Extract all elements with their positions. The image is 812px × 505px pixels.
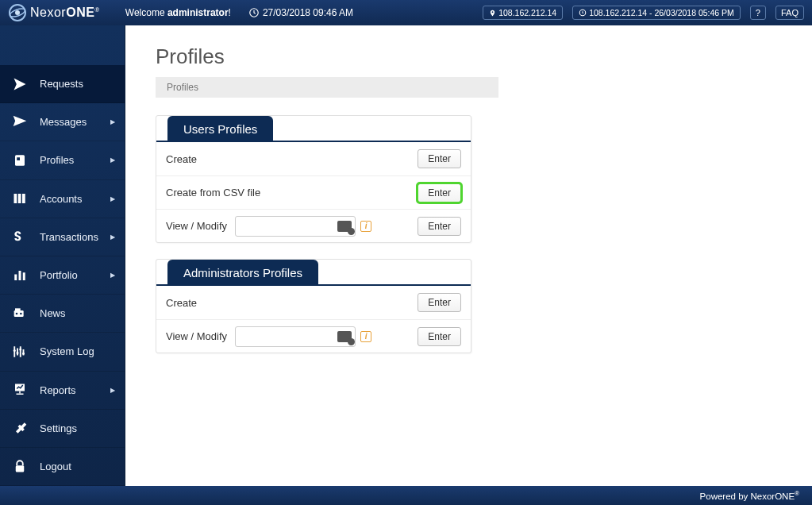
info-icon[interactable]: i <box>360 331 371 342</box>
keyboard-icon <box>337 331 352 342</box>
server-datetime: 27/03/2018 09:46 AM <box>248 7 353 18</box>
chevron-right-icon: ▶ <box>110 156 115 164</box>
chevron-right-icon: ▶ <box>110 118 115 125</box>
sidebar-item-label: System Log <box>40 345 94 357</box>
svg-rect-8 <box>18 194 21 203</box>
sidebar-item-label: Accounts <box>40 193 82 205</box>
portfolio-icon <box>11 268 29 283</box>
sidebar-item-portfolio[interactable]: Portfolio ▶ <box>0 256 125 295</box>
settings-icon <box>11 420 29 436</box>
row-label: View / Modify <box>166 330 227 342</box>
svg-point-15 <box>20 312 22 314</box>
enter-button-admins-view[interactable]: Enter <box>418 327 461 346</box>
brand-text: NexorONE® <box>30 6 100 20</box>
svg-rect-16 <box>15 308 21 310</box>
svg-point-19 <box>19 348 21 350</box>
transactions-icon <box>11 229 29 245</box>
row-label: Create <box>166 153 197 165</box>
row-admins-view: View / Modify i Enter <box>156 319 471 353</box>
welcome-text: Welcome administrator! <box>125 7 231 18</box>
faq-button[interactable]: FAQ <box>775 6 804 20</box>
sidebar-item-label: Logout <box>40 461 71 472</box>
footer-text: Powered by NexorONE® <box>700 490 799 501</box>
sidebar-item-label: Portfolio <box>40 269 78 281</box>
sidebar-item-transactions[interactable]: Transactions ▶ <box>0 218 125 256</box>
globe-icon <box>8 3 27 22</box>
page-title: Profiles <box>156 44 793 69</box>
svg-rect-10 <box>14 274 17 280</box>
sidebar-item-label: Settings <box>40 422 77 434</box>
enter-button-users-csv[interactable]: Enter <box>418 183 461 202</box>
profiles-icon <box>11 153 29 168</box>
top-bar: NexorONE® Welcome administrator! 27/03/2… <box>0 0 812 25</box>
users-search-input[interactable] <box>235 216 356 237</box>
chevron-right-icon: ▶ <box>110 272 115 279</box>
admins-search-input[interactable] <box>235 326 356 347</box>
svg-rect-23 <box>17 394 24 395</box>
sidebar: Requests Messages ▶ Profiles ▶ Accounts … <box>0 25 125 486</box>
sidebar-item-label: Requests <box>40 78 83 90</box>
info-icon[interactable]: i <box>360 221 371 232</box>
svg-rect-7 <box>14 194 17 203</box>
sidebar-item-system-log[interactable]: System Log <box>0 333 125 371</box>
logout-icon <box>11 458 29 474</box>
sidebar-item-accounts[interactable]: Accounts ▶ <box>0 180 125 218</box>
news-icon <box>11 307 29 320</box>
enter-button-admins-create[interactable]: Enter <box>418 293 461 312</box>
svg-point-18 <box>17 352 19 354</box>
sidebar-item-news[interactable]: News <box>0 295 125 333</box>
sidebar-item-messages[interactable]: Messages ▶ <box>0 103 125 141</box>
chevron-right-icon: ▶ <box>110 387 115 394</box>
svg-rect-6 <box>17 157 20 160</box>
svg-point-14 <box>16 312 18 314</box>
clock-icon <box>248 7 260 18</box>
current-ip-chip[interactable]: 108.162.212.14 <box>483 6 563 20</box>
footer: Powered by NexorONE® <box>0 486 812 505</box>
panel-tab-users: Users Profiles <box>167 116 273 141</box>
admins-profiles-panel: Administrators Profiles Create Enter Vie… <box>156 259 471 353</box>
clock-small-icon <box>579 9 587 17</box>
chevron-right-icon: ▶ <box>110 233 115 241</box>
svg-point-17 <box>13 349 16 352</box>
reports-icon <box>11 383 29 397</box>
last-login-chip[interactable]: 108.162.212.14 - 26/03/2018 05:46 PM <box>572 6 741 20</box>
row-users-view: View / Modify i Enter <box>156 209 471 242</box>
sidebar-item-label: News <box>40 307 66 319</box>
users-profiles-panel: Users Profiles Create Enter Create from … <box>156 115 471 243</box>
row-label: View / Modify <box>166 220 227 232</box>
enter-button-users-view[interactable]: Enter <box>418 217 461 236</box>
pin-icon <box>489 9 496 17</box>
sidebar-item-settings[interactable]: Settings <box>0 410 125 448</box>
svg-rect-9 <box>22 194 25 203</box>
svg-point-20 <box>22 353 25 355</box>
help-button[interactable]: ? <box>750 6 766 20</box>
svg-rect-11 <box>19 271 21 280</box>
sidebar-item-label: Reports <box>40 384 76 396</box>
sidebar-item-label: Profiles <box>40 154 74 166</box>
sidebar-item-reports[interactable]: Reports ▶ <box>0 372 125 410</box>
row-users-create: Create Enter <box>156 142 471 175</box>
svg-rect-22 <box>19 391 21 394</box>
sidebar-item-profiles[interactable]: Profiles ▶ <box>0 141 125 179</box>
sidebar-item-label: Messages <box>40 116 87 128</box>
content-area: Profiles Profiles Users Profiles Create … <box>125 25 812 486</box>
svg-rect-24 <box>16 466 25 472</box>
sidebar-item-requests[interactable]: Requests <box>0 65 125 103</box>
row-label: Create from CSV file <box>166 187 260 199</box>
sidebar-item-label: Transactions <box>40 231 98 243</box>
svg-point-2 <box>15 10 20 15</box>
keyboard-icon <box>337 221 352 232</box>
row-admins-create: Create Enter <box>156 286 471 319</box>
chevron-right-icon: ▶ <box>110 195 115 202</box>
breadcrumb: Profiles <box>156 77 498 98</box>
svg-rect-12 <box>23 272 25 280</box>
panel-tab-admins: Administrators Profiles <box>167 260 318 284</box>
svg-rect-13 <box>14 310 24 317</box>
enter-button-users-create[interactable]: Enter <box>418 149 461 168</box>
row-label: Create <box>166 297 197 309</box>
messages-icon <box>11 114 29 130</box>
row-users-csv: Create from CSV file Enter <box>156 175 471 209</box>
requests-icon <box>11 76 29 92</box>
brand-logo[interactable]: NexorONE® <box>8 3 100 22</box>
sidebar-item-logout[interactable]: Logout <box>0 448 125 486</box>
